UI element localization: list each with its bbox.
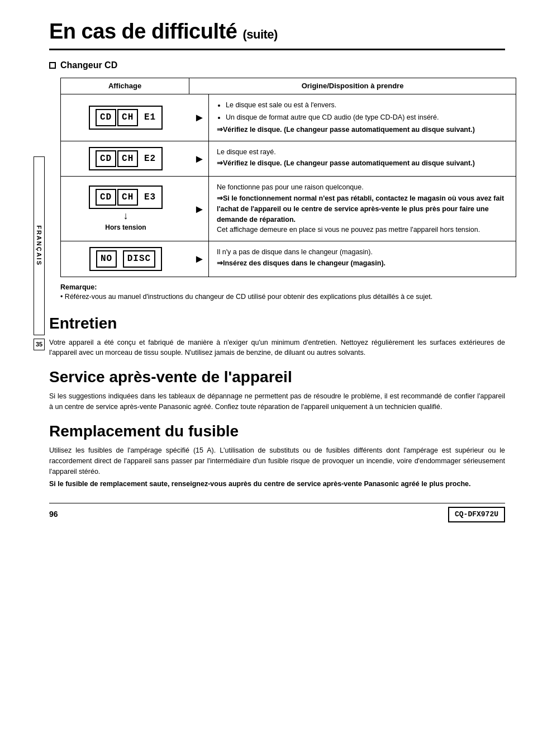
service-text: Si les suggestions indiquées dans les ta… [49,391,505,412]
left-col-e1: CDCH E1 ► [61,94,209,141]
display-nodisc: NO DISC [61,241,191,276]
service-title: Service après-vente de l'appareil [49,366,505,388]
sidebar-francais: FRANÇAIS [34,156,45,335]
cd-table: Affichage Origine/Disposition à prendre … [60,78,516,277]
service-section: Service après-vente de l'appareil Si les… [49,366,505,412]
remarque-text: • Référez-vous au manuel d'instructions … [60,292,505,302]
main-content: En cas de difficulté (suite) Changeur CD… [49,17,505,522]
display-box-nodisc: NO DISC [89,247,162,270]
entretien-section: Entretien Votre appareil a été conçu et … [49,312,505,359]
header-origine: Origine/Disposition à prendre [189,78,516,94]
changeur-cd-section: Changeur CD Affichage Origine/Dispositio… [49,59,505,302]
remarque-title: Remarque: [60,283,505,293]
remplacement-bold-text: Si le fusible de remplacement saute, ren… [49,479,505,489]
display-e1: CDCH E1 [61,94,191,141]
remplacement-title: Remplacement du fusible [49,420,505,442]
page-number: 96 [49,509,58,520]
left-col-e3: CDCH E3 ↓ Hors tension ► [61,177,209,241]
table-header: Affichage Origine/Disposition à prendre [61,78,516,94]
header-affichage: Affichage [61,78,189,94]
page-title: En cas de difficulté (suite) [49,17,505,46]
display-e2: CDCH E2 [61,141,191,176]
entretien-text: Votre appareil a été conçu et fabriqué d… [49,337,505,359]
section-bullet [49,62,56,69]
table-row: NO DISC ► Il n'y a pas de disque dans le… [61,241,516,276]
display-box-e1: CDCH E1 [89,106,163,129]
arrow-e1: ► [191,94,208,141]
table-row: CDCH E1 ► Le disque est sale ou est à l'… [61,94,516,141]
table-row: CDCH E3 ↓ Hors tension ► Ne fonctionne p… [61,177,516,241]
hors-tension-label: Hors tension [105,223,146,232]
model-number: CQ-DFX972U [448,507,505,522]
down-arrow-e3: ↓ [123,209,129,223]
arrow-nodisc: ► [191,241,208,276]
remplacement-text: Utilisez les fusibles de l'ampérage spéc… [49,445,505,477]
arrow-e2: ► [191,141,208,176]
display-e3: CDCH E3 ↓ Hors tension [61,177,191,241]
desc-e2: Le disque est rayé. ⇒Vérifiez le disque.… [209,141,516,176]
remarque-section: Remarque: • Référez-vous au manuel d'ins… [60,283,505,302]
page-footer: 96 CQ-DFX972U [49,503,505,522]
left-col-nodisc: NO DISC ► [61,241,209,276]
desc-e3: Ne fonctionne pas pour une raison quelco… [209,177,516,241]
sidebar-number: 35 [34,339,45,350]
changeur-cd-title: Changeur CD [49,59,505,72]
display-box-e3: CDCH E3 [89,186,163,209]
entretien-title: Entretien [49,312,505,334]
left-col-e2: CDCH E2 ► [61,141,209,176]
desc-nodisc: Il n'y a pas de disque dans le changeur … [209,241,516,276]
remplacement-section: Remplacement du fusible Utilisez les fus… [49,420,505,489]
title-rule [49,49,505,50]
sidebar-label: FRANÇAIS [36,226,42,267]
display-box-e2: CDCH E2 [89,147,163,170]
desc-e1: Le disque est sale ou est à l'envers. Un… [209,94,516,141]
arrow-e3: ► [191,177,208,241]
table-row: CDCH E2 ► Le disque est rayé. ⇒Vérifiez … [61,141,516,177]
